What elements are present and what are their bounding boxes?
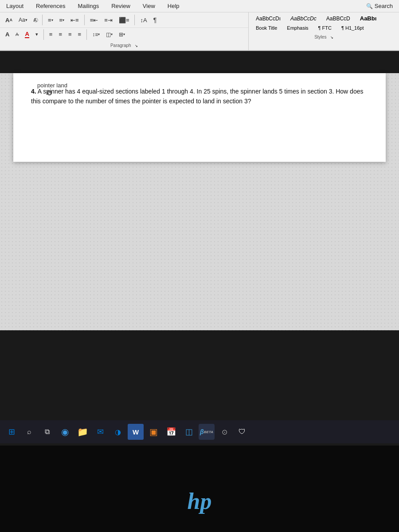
styles-label-area: Styles ↘ <box>253 32 395 40</box>
question-number: 4. <box>31 88 36 95</box>
shading-btn[interactable]: ◫▾ <box>103 30 115 39</box>
network-icon[interactable]: ⊙ <box>216 424 232 440</box>
list-indent-btn[interactable]: ≡▾ <box>57 16 67 25</box>
mail-icon[interactable]: ✉ <box>92 424 108 440</box>
align4-btn[interactable]: ≡ <box>66 30 74 39</box>
list-btn[interactable]: ≡▾ <box>45 16 56 25</box>
question-text: 4. A spinner has 4 equal-sized sections … <box>31 86 368 106</box>
menu-search[interactable]: 🔍 Search <box>364 2 395 10</box>
font-aa-btn[interactable]: Aa▾ <box>16 16 30 24</box>
styles-expand-icon[interactable]: ↘ <box>330 35 333 39</box>
styles-section-label: Styles <box>314 34 326 39</box>
question-body: A spinner has 4 equal-sized sections lab… <box>31 88 363 105</box>
divider5 <box>86 29 87 40</box>
explorer-icon[interactable]: 📁 <box>74 424 90 440</box>
menu-review[interactable]: Review <box>109 2 133 10</box>
strikethrough-btn[interactable]: A̶ <box>13 31 21 38</box>
font-name-btn[interactable]: AA <box>3 16 15 25</box>
align2-btn[interactable]: ≡ <box>47 30 55 39</box>
pilcrow-btn[interactable]: ¶ <box>151 15 160 25</box>
document-area: pointer land 4. A spinner has 4 equal-si… <box>0 73 399 330</box>
beta-app-icon[interactable]: βBETA <box>199 424 215 440</box>
align-all-btn[interactable]: ⬛≡ <box>116 16 132 25</box>
calendar-icon[interactable]: 📅 <box>163 424 179 440</box>
linespace-btn[interactable]: ↕≡▾ <box>90 30 102 39</box>
sort-btn[interactable]: ↕A <box>137 16 149 25</box>
style-emphasisstyle[interactable]: Emphasis <box>284 24 311 31</box>
menu-mailings[interactable]: Mailings <box>75 2 102 10</box>
divider2 <box>84 15 85 25</box>
toolbar-row1: AA Aa▾ A⃝ ≡▾ ≡▾ ⇤≡ ≡⇤ ≡⇥ ⬛≡ ↕A ¶ <box>0 12 248 27</box>
styles-panel: AaBbCcDı AaBbCcDc AaBBCcD AaBbı Book Tit… <box>248 12 399 50</box>
menu-view[interactable]: View <box>140 2 158 10</box>
pointer-land-label: pointer land <box>37 81 67 97</box>
photo-icon[interactable]: ◫ <box>181 424 197 440</box>
style-h116pt[interactable]: ¶ H1_16pt <box>339 24 367 31</box>
hp-logo-area: hp <box>188 488 212 514</box>
align-left-btn[interactable]: ≡⇤ <box>87 16 101 25</box>
word-icon[interactable]: W <box>128 424 144 440</box>
align5-btn[interactable]: ≡ <box>75 30 84 39</box>
paragraph-expand-icon[interactable]: ↘ <box>135 44 138 48</box>
paragraph-section: Paragraph ↘ <box>0 41 248 50</box>
style-emphasis[interactable]: AaBbCcDc <box>288 15 319 23</box>
search-label: Search <box>375 3 393 9</box>
outlook-icon[interactable]: ◑ <box>110 424 126 440</box>
style-ftc[interactable]: ¶ FTC <box>316 24 334 31</box>
publisher-icon[interactable]: ▣ <box>145 424 161 440</box>
underline-a-btn[interactable]: A <box>22 29 31 39</box>
start-button[interactable]: ⊞ <box>4 424 20 440</box>
style-default[interactable]: AaBbCcDı <box>253 15 283 23</box>
menu-help[interactable]: Help <box>165 2 182 10</box>
hp-logo: hp <box>188 488 212 514</box>
cursor-caret-icon <box>47 90 52 95</box>
align3-btn[interactable]: ≡ <box>56 30 65 39</box>
styles-row: AaBbCcDı AaBbCcDc AaBBCcD AaBbı <box>253 14 395 23</box>
font-dropdown-btn[interactable]: ▾ <box>33 30 41 39</box>
divider1 <box>42 15 43 25</box>
font-color-a-btn[interactable]: A <box>3 30 12 39</box>
edge-icon[interactable]: ◉ <box>57 424 73 440</box>
menu-layout[interactable]: Layout <box>4 2 26 10</box>
menu-references[interactable]: References <box>33 2 68 10</box>
divider4 <box>43 29 44 40</box>
paragraph-label: Paragraph <box>110 43 131 48</box>
style-aabbb[interactable]: AaBbı <box>357 14 379 23</box>
toolbar-row2: A A̶ A ▾ ≡ ≡ ≡ ≡ ↕≡▾ ◫▾ ⊞▾ <box>0 27 248 41</box>
align-center-btn[interactable]: ≡⇥ <box>102 16 115 25</box>
task-view-btn[interactable]: ⧉ <box>39 424 55 440</box>
style-booktitle[interactable]: Book Title <box>253 24 280 31</box>
taskbar: ⊞ ⌕ ⧉ ◉ 📁 ✉ ◑ W ▣ 📅 ◫ βBETA ⊙ 🛡 <box>0 420 399 443</box>
styles-row2: Book Title Emphasis ¶ FTC ¶ H1_16pt <box>253 24 395 31</box>
menu-bar: Layout References Mailings Review View H… <box>0 0 399 12</box>
border-btn[interactable]: ⊞▾ <box>116 30 128 39</box>
indent-decrease-btn[interactable]: ⇤≡ <box>68 16 82 25</box>
font-style-btn[interactable]: A⃝ <box>31 16 39 24</box>
security-icon[interactable]: 🛡 <box>234 424 250 440</box>
search-icon: 🔍 <box>366 3 373 9</box>
search-taskbar-btn[interactable]: ⌕ <box>21 424 37 440</box>
divider3 <box>134 15 135 25</box>
document-page[interactable]: 4. A spinner has 4 equal-sized sections … <box>13 73 386 162</box>
style-aabbccd[interactable]: AaBBCcD <box>324 15 353 23</box>
